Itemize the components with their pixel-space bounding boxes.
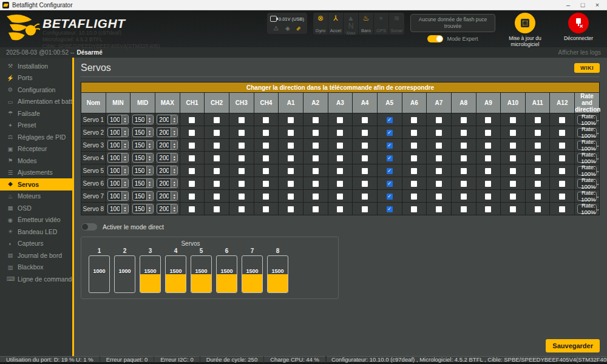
sidebar-item-servos[interactable]: ❖Servos [0, 178, 72, 190]
checkbox-a5[interactable]: ✓ [387, 206, 393, 212]
checkbox-a9[interactable] [485, 143, 491, 149]
checkbox-a6[interactable] [411, 117, 417, 123]
checkbox-ch4[interactable] [263, 168, 269, 174]
stepper-down-icon[interactable]: ▼ [148, 158, 151, 161]
checkbox-ch2[interactable] [214, 143, 220, 149]
stepper-down-icon[interactable]: ▼ [148, 133, 151, 135]
checkbox-a10[interactable] [510, 117, 516, 123]
checkbox-a4[interactable] [362, 206, 368, 212]
servo-3-mid-input[interactable] [133, 141, 146, 149]
checkbox-ch3[interactable] [239, 206, 245, 212]
checkbox-a1[interactable] [288, 168, 294, 174]
sidebar-item--metteur-vid-o[interactable]: ◉Émetteur vidéo [0, 214, 72, 226]
stepper-arrows-icon[interactable]: ▲▼ [146, 128, 153, 136]
checkbox-a12[interactable] [559, 206, 565, 212]
checkbox-a4[interactable] [362, 130, 368, 136]
stepper-up-icon[interactable]: ▲ [123, 117, 126, 120]
checkbox-a2[interactable] [313, 155, 319, 161]
stepper-up-icon[interactable]: ▲ [148, 155, 151, 158]
checkbox-ch2[interactable] [214, 181, 220, 187]
checkbox-a8[interactable] [461, 143, 467, 149]
servo-1-max-input[interactable] [157, 115, 171, 124]
checkbox-ch1[interactable] [189, 117, 195, 123]
stepper-down-icon[interactable]: ▼ [123, 133, 126, 135]
rate-direction-select[interactable]: Rate: 100%⌄ [577, 141, 597, 150]
servo-6-mid-input[interactable] [133, 179, 146, 187]
checkbox-a12[interactable] [559, 155, 565, 161]
checkbox-ch4[interactable] [263, 206, 269, 212]
stepper-arrows-icon[interactable]: ▲▼ [146, 141, 153, 149]
checkbox-a10[interactable] [510, 181, 516, 187]
checkbox-a10[interactable] [510, 206, 516, 212]
checkbox-a9[interactable] [485, 130, 491, 136]
checkbox-a6[interactable] [411, 194, 417, 200]
checkbox-a1[interactable] [288, 194, 294, 200]
sidebar-item-r-cepteur[interactable]: ▣Récepteur [0, 143, 72, 155]
sidebar-item-osd[interactable]: ▦OSD [0, 202, 72, 214]
checkbox-ch1[interactable] [189, 206, 195, 212]
firmware-flasher-button[interactable] [515, 13, 535, 33]
checkbox-ch4[interactable] [263, 117, 269, 123]
checkbox-ch4[interactable] [263, 155, 269, 161]
sidebar-item-moteurs[interactable]: ♨Moteurs [0, 190, 72, 203]
stepper-up-icon[interactable]: ▲ [148, 143, 151, 145]
checkbox-ch1[interactable] [189, 194, 195, 200]
stepper-arrows-icon[interactable]: ▲▼ [121, 153, 128, 162]
checkbox-ch4[interactable] [263, 194, 269, 200]
sidebar-item-configuration[interactable]: ⚙Configuration [0, 84, 72, 96]
stepper-arrows-icon[interactable]: ▲▼ [171, 115, 177, 124]
stepper-arrows-icon[interactable]: ▲▼ [171, 192, 177, 200]
checkbox-a3[interactable] [337, 117, 343, 123]
checkbox-a6[interactable] [411, 168, 417, 174]
stepper-arrows-icon[interactable]: ▲▼ [146, 204, 153, 213]
checkbox-a12[interactable] [559, 117, 565, 123]
direct-mode-toggle[interactable] [81, 223, 97, 231]
checkbox-ch4[interactable] [263, 130, 269, 136]
sidebar-item-installation[interactable]: ⚒Installation [0, 60, 72, 72]
sidebar-item-r-glages-de-pid[interactable]: ⚖Réglages de PID [0, 131, 72, 143]
servo-5-mid-input[interactable] [133, 166, 146, 175]
stepper-arrows-icon[interactable]: ▲▼ [121, 141, 128, 149]
checkbox-a4[interactable] [362, 168, 368, 174]
stepper-down-icon[interactable]: ▼ [173, 133, 176, 135]
checkbox-a11[interactable] [535, 117, 541, 123]
stepper-up-icon[interactable]: ▲ [173, 143, 176, 145]
sidebar-item-journal-de-bord[interactable]: ▤Journal de bord [0, 249, 72, 261]
stepper-up-icon[interactable]: ▲ [148, 206, 151, 209]
sidebar-item-blackbox[interactable]: ▥Blackbox [0, 261, 72, 274]
checkbox-a12[interactable] [559, 181, 565, 187]
servo-2-mid-input[interactable] [133, 128, 146, 136]
rate-direction-select[interactable]: Rate: 100%⌄ [577, 179, 597, 188]
checkbox-a11[interactable] [535, 206, 541, 212]
checkbox-ch3[interactable] [239, 155, 245, 161]
checkbox-a5[interactable]: ✓ [387, 130, 393, 136]
sidebar-item-preset[interactable]: ✦Preset [0, 120, 72, 132]
stepper-down-icon[interactable]: ▼ [173, 171, 176, 174]
stepper-up-icon[interactable]: ▲ [123, 143, 126, 145]
checkbox-ch3[interactable] [239, 181, 245, 187]
sidebar-item-ligne-de-commande-cli-[interactable]: ⌨Ligne de commande (CLI) [0, 273, 72, 285]
stepper-arrows-icon[interactable]: ▲▼ [121, 204, 128, 213]
checkbox-a5[interactable]: ✓ [387, 155, 393, 161]
stepper-down-icon[interactable]: ▼ [148, 184, 151, 186]
checkbox-a9[interactable] [485, 155, 491, 161]
checkbox-a10[interactable] [510, 155, 516, 161]
stepper-down-icon[interactable]: ▼ [173, 184, 176, 186]
wiki-button[interactable]: WIKI [574, 63, 600, 73]
stepper-down-icon[interactable]: ▼ [148, 146, 151, 148]
stepper-down-icon[interactable]: ▼ [173, 209, 176, 212]
sidebar-item-ports[interactable]: ⚡Ports [0, 72, 72, 84]
rate-direction-select[interactable]: Rate: 100%⌄ [577, 166, 597, 175]
stepper-arrows-icon[interactable]: ▲▼ [146, 115, 153, 124]
sidebar-item-ajustements[interactable]: ☰Ajustements [0, 167, 72, 179]
stepper-up-icon[interactable]: ▲ [148, 168, 151, 170]
checkbox-a3[interactable] [337, 168, 343, 174]
checkbox-a1[interactable] [288, 130, 294, 136]
sidebar-item-bandeau-led[interactable]: ☀Bandeau LED [0, 226, 72, 238]
stepper-up-icon[interactable]: ▲ [123, 181, 126, 183]
checkbox-ch1[interactable] [189, 181, 195, 187]
checkbox-a2[interactable] [313, 194, 319, 200]
checkbox-a6[interactable] [411, 206, 417, 212]
sidebar-item-alimentation-et-batterie[interactable]: ▭Alimentation et batterie [0, 96, 72, 108]
checkbox-a11[interactable] [535, 181, 541, 187]
